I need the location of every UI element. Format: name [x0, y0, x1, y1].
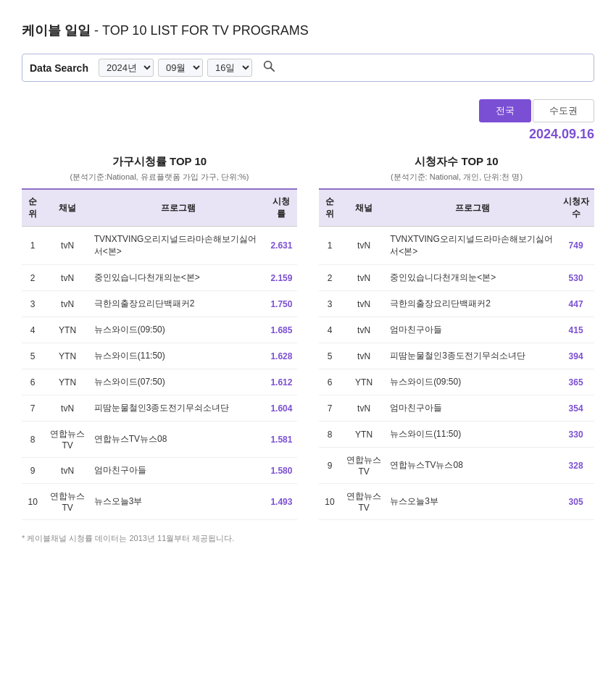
left-rating-8: 1.581 — [266, 422, 297, 458]
left-col-program: 프로그램 — [91, 189, 266, 227]
left-program-8: 연합뉴스TV뉴스08 — [91, 422, 266, 458]
left-channel-2: tvN — [43, 265, 91, 291]
left-table-row: 5 YTN 뉴스와이드(11:50) 1.628 — [22, 343, 297, 369]
right-channel-4: tvN — [341, 317, 387, 343]
left-rank-8: 8 — [22, 422, 43, 458]
right-viewers-7: 354 — [557, 395, 594, 422]
right-channel-3: tvN — [341, 291, 387, 317]
region-tab-metro[interactable]: 수도권 — [533, 99, 594, 122]
right-rank-7: 7 — [319, 395, 341, 422]
date-display: 2024.09.16 — [22, 127, 594, 142]
left-col-channel: 채널 — [43, 189, 91, 227]
right-table-row: 8 YTN 뉴스와이드(11:50) 330 — [319, 422, 594, 448]
right-viewers-1: 749 — [557, 227, 594, 265]
right-table-subtitle: (분석기준: National, 개인, 단위:천 명) — [319, 172, 594, 183]
right-channel-2: tvN — [341, 265, 387, 291]
right-col-program: 프로그램 — [387, 189, 557, 227]
right-program-9: 연합뉴스TV뉴스08 — [387, 448, 557, 484]
left-rating-6: 1.612 — [266, 369, 297, 395]
right-rank-1: 1 — [319, 227, 341, 265]
search-button[interactable] — [259, 59, 278, 76]
left-channel-9: tvN — [43, 458, 91, 484]
left-rating-2: 2.159 — [266, 265, 297, 291]
left-rating-4: 1.685 — [266, 317, 297, 343]
right-viewers-8: 330 — [557, 422, 594, 448]
search-label: Data Search — [30, 62, 88, 74]
year-select[interactable]: 2024년 — [99, 59, 154, 77]
left-rank-6: 6 — [22, 369, 43, 395]
left-table-title: 가구시청률 TOP 10 — [22, 155, 297, 169]
left-table-row: 3 tvN 극한의출장요리단백패커2 1.750 — [22, 291, 297, 317]
left-table-row: 2 tvN 중인있습니다천개의눈<본> 2.159 — [22, 265, 297, 291]
viewers-section: 시청자수 TOP 10 (분석기준: National, 개인, 단위:천 명)… — [319, 155, 594, 520]
left-table-row: 9 tvN 엄마친구아들 1.580 — [22, 458, 297, 484]
right-program-1: TVNXTVING오리지널드라마손해보기싫어서<본> — [387, 227, 557, 265]
right-table: 순위 채널 프로그램 시청자수 1 tvN TVNXTVING오리지널드라마손해… — [319, 188, 594, 520]
right-table-row: 6 YTN 뉴스와이드(09:50) 365 — [319, 369, 594, 395]
left-program-4: 뉴스와이드(09:50) — [91, 317, 266, 343]
search-bar: Data Search 2024년 09월 16일 — [22, 54, 594, 82]
right-rank-6: 6 — [319, 369, 341, 395]
right-col-rank: 순위 — [319, 189, 341, 227]
right-viewers-6: 365 — [557, 369, 594, 395]
left-rating-7: 1.604 — [266, 395, 297, 422]
right-table-title: 시청자수 TOP 10 — [319, 155, 594, 169]
left-channel-6: YTN — [43, 369, 91, 395]
right-table-row: 3 tvN 극한의출장요리단백패커2 447 — [319, 291, 594, 317]
region-tabs: 전국 수도권 — [22, 99, 594, 122]
left-rank-5: 5 — [22, 343, 43, 369]
right-program-5: 피땀눈물철인3종도전기무쇠소녀단 — [387, 343, 557, 369]
right-channel-9: 연합뉴스TV — [341, 448, 387, 484]
right-rank-2: 2 — [319, 265, 341, 291]
right-channel-7: tvN — [341, 395, 387, 422]
tables-wrapper: 가구시청률 TOP 10 (분석기준:National, 유료플랫폼 가입 가구… — [22, 155, 594, 520]
left-table-row: 6 YTN 뉴스와이드(07:50) 1.612 — [22, 369, 297, 395]
left-table-row: 1 tvN TVNXTVING오리지널드라마손해보기싫어서<본> 2.631 — [22, 227, 297, 265]
left-rank-4: 4 — [22, 317, 43, 343]
left-channel-7: tvN — [43, 395, 91, 422]
right-rank-5: 5 — [319, 343, 341, 369]
right-program-3: 극한의출장요리단백패커2 — [387, 291, 557, 317]
footnote: * 케이블채널 시청률 데이터는 2013년 11월부터 제공됩니다. — [22, 533, 594, 544]
left-rating-1: 2.631 — [266, 227, 297, 265]
right-table-row: 2 tvN 중인있습니다천개의눈<본> 530 — [319, 265, 594, 291]
day-select[interactable]: 16일 — [207, 59, 252, 77]
left-channel-8: 연합뉴스TV — [43, 422, 91, 458]
right-table-row: 1 tvN TVNXTVING오리지널드라마손해보기싫어서<본> 749 — [319, 227, 594, 265]
left-table: 순위 채널 프로그램 시청률 1 tvN TVNXTVING오리지널드라마손해보… — [22, 188, 297, 520]
svg-line-1 — [270, 67, 274, 71]
left-rank-1: 1 — [22, 227, 43, 265]
left-channel-3: tvN — [43, 291, 91, 317]
left-rating-5: 1.628 — [266, 343, 297, 369]
right-program-8: 뉴스와이드(11:50) — [387, 422, 557, 448]
left-col-rating: 시청률 — [266, 189, 297, 227]
left-table-row: 7 tvN 피땀눈물철인3종도전기무쇠소녀단 1.604 — [22, 395, 297, 422]
right-viewers-10: 305 — [557, 484, 594, 520]
left-program-6: 뉴스와이드(07:50) — [91, 369, 266, 395]
right-viewers-4: 415 — [557, 317, 594, 343]
left-program-7: 피땀눈물철인3종도전기무쇠소녀단 — [91, 395, 266, 422]
right-table-row: 9 연합뉴스TV 연합뉴스TV뉴스08 328 — [319, 448, 594, 484]
right-channel-6: YTN — [341, 369, 387, 395]
left-col-rank: 순위 — [22, 189, 43, 227]
month-select[interactable]: 09월 — [158, 59, 203, 77]
region-tab-national[interactable]: 전국 — [479, 99, 531, 122]
left-program-9: 엄마친구아들 — [91, 458, 266, 484]
right-channel-1: tvN — [341, 227, 387, 265]
right-rank-4: 4 — [319, 317, 341, 343]
right-program-6: 뉴스와이드(09:50) — [387, 369, 557, 395]
left-channel-10: 연합뉴스TV — [43, 484, 91, 520]
right-rank-9: 9 — [319, 448, 341, 484]
left-table-row: 4 YTN 뉴스와이드(09:50) 1.685 — [22, 317, 297, 343]
left-table-row: 8 연합뉴스TV 연합뉴스TV뉴스08 1.581 — [22, 422, 297, 458]
left-table-subtitle: (분석기준:National, 유료플랫폼 가입 가구, 단위:%) — [22, 172, 297, 183]
right-col-channel: 채널 — [341, 189, 387, 227]
right-rank-8: 8 — [319, 422, 341, 448]
right-channel-5: tvN — [341, 343, 387, 369]
household-rating-section: 가구시청률 TOP 10 (분석기준:National, 유료플랫폼 가입 가구… — [22, 155, 297, 520]
right-col-viewers: 시청자수 — [557, 189, 594, 227]
right-viewers-2: 530 — [557, 265, 594, 291]
left-rank-7: 7 — [22, 395, 43, 422]
left-rating-3: 1.750 — [266, 291, 297, 317]
right-rank-10: 10 — [319, 484, 341, 520]
